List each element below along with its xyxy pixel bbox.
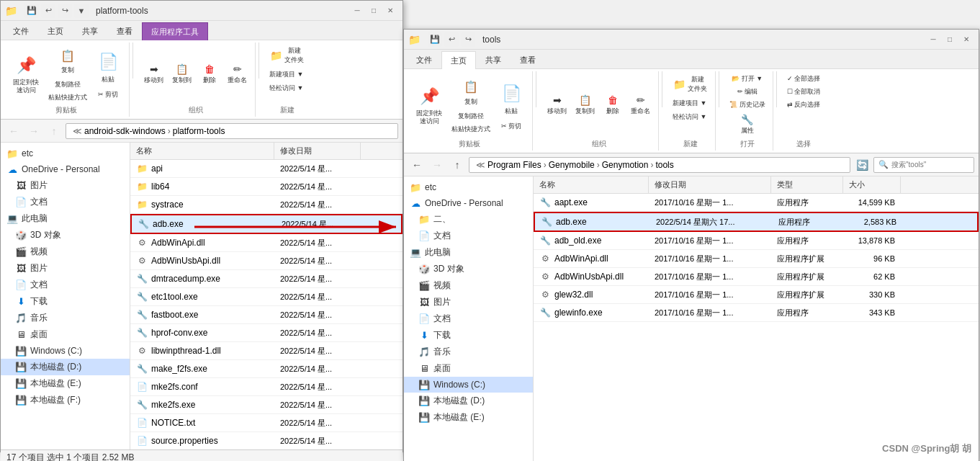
col-header-size-2[interactable]: 大小: [843, 176, 901, 193]
props-btn-2[interactable]: 🔧 属性: [727, 112, 768, 138]
sidebar-item-3d-1[interactable]: 🎲 3D 对象: [1, 227, 130, 243]
path-item-0-1[interactable]: android-sdk-windows: [84, 126, 166, 136]
tab-app-tools-1[interactable]: 应用程序工具: [142, 22, 208, 40]
tab-home-1[interactable]: 主页: [38, 22, 73, 40]
search-input-2[interactable]: [891, 161, 963, 169]
tab-view-2[interactable]: 查看: [511, 51, 545, 68]
sidebar-item-c-1[interactable]: 💾 Windows (C:): [1, 343, 130, 359]
delete-btn-1[interactable]: 🗑 删除: [197, 61, 222, 87]
paste-btn-1[interactable]: 📄 粘贴: [91, 47, 125, 88]
pin-btn-1[interactable]: 📌 固定到快速访问: [8, 50, 44, 98]
qat-down-btn[interactable]: ▼: [74, 4, 89, 18]
sidebar-item-docs-1[interactable]: 📄 文档: [1, 194, 130, 210]
file-row-notice[interactable]: 📄 NOTICE.txt 2022/5/14 星...: [130, 414, 403, 432]
up-btn-2[interactable]: ↑: [449, 156, 466, 174]
new-item-btn-2[interactable]: 新建项目 ▼: [670, 97, 709, 109]
history-btn-2[interactable]: 📜 历史记录: [727, 99, 768, 111]
file-row-adbwinapi2[interactable]: ⚙ AdbWinApi.dll 2017/10/16 星期一 1... 应用程序…: [534, 250, 979, 268]
cut-btn-1[interactable]: ✂ 剪切: [95, 89, 122, 101]
sidebar2-item-er[interactable]: 📁 二、: [404, 211, 533, 228]
delete-btn-2[interactable]: 🗑 删除: [600, 92, 626, 118]
copy-path-btn-2[interactable]: 复制路径: [449, 110, 493, 122]
path-item-0-2[interactable]: Program Files: [487, 160, 541, 170]
sidebar2-item-img[interactable]: 🖼 图片: [404, 294, 533, 310]
col-header-type-2[interactable]: 类型: [771, 176, 843, 193]
path-item-1-2[interactable]: Genymobile: [549, 160, 595, 170]
sidebar2-item-pc[interactable]: 💻 此电脑: [404, 244, 533, 261]
file-row-adb2[interactable]: 🔧 adb.exe 2022/5/14 星期六 17... 应用程序 2,583…: [534, 212, 979, 232]
col-header-name-1[interactable]: 名称: [130, 143, 274, 159]
sidebar-item-f-1[interactable]: 💾 本地磁盘 (F:): [1, 392, 130, 408]
path-item-2-2[interactable]: Genymotion: [602, 160, 649, 170]
new-item-btn-1[interactable]: 新建项目 ▼: [266, 68, 306, 81]
sidebar-item-etc-1[interactable]: 📁 etc: [1, 146, 130, 161]
sidebar2-item-onedrive[interactable]: ☁ OneDrive - Personal: [404, 195, 533, 211]
sidebar-item-music-1[interactable]: 🎵 音乐: [1, 310, 130, 326]
col-header-name-2[interactable]: 名称: [534, 176, 649, 193]
back-btn-1[interactable]: ←: [5, 122, 22, 140]
minimize-btn-1[interactable]: ─: [349, 3, 365, 19]
minimize-btn-2[interactable]: ─: [925, 32, 941, 48]
invert-select-btn-2[interactable]: ⇄ 反向选择: [784, 99, 824, 111]
sidebar2-item-3d[interactable]: 🎲 3D 对象: [404, 261, 533, 277]
tab-file-1[interactable]: 文件: [4, 22, 38, 40]
maximize-btn-2[interactable]: □: [942, 32, 958, 48]
deselect-all-btn-2[interactable]: ☐ 全部取消: [784, 86, 824, 98]
sidebar-item-d-1[interactable]: 💾 本地磁盘 (D:): [1, 359, 130, 375]
tab-share-1[interactable]: 共享: [73, 22, 107, 40]
sidebar2-item-docs2[interactable]: 📄 文档: [404, 310, 533, 327]
file-row-makef2fs[interactable]: 🔧 make_f2fs.exe 2022/5/14 星...: [130, 360, 403, 378]
path-item-3-2[interactable]: tools: [655, 160, 673, 170]
qat-redo-btn-2[interactable]: ↪: [461, 32, 475, 47]
search-box-2[interactable]: 🔍: [873, 157, 974, 173]
pin-btn-2[interactable]: 📌 固定到快速访问: [411, 81, 447, 129]
new-folder-btn-1[interactable]: 📁 新建文件夹: [266, 44, 307, 67]
file-row-lib64[interactable]: 📁 lib64 2022/5/14 星...: [130, 178, 403, 196]
rename-btn-2[interactable]: ✏ 重命名: [627, 92, 654, 118]
select-all-btn-2[interactable]: ✓ 全部选择: [784, 73, 824, 85]
maximize-btn-1[interactable]: □: [366, 3, 382, 19]
file-row-source[interactable]: 📄 source.properties 2022/5/14 星...: [130, 432, 403, 449]
col-header-date-1[interactable]: 修改日期: [274, 143, 361, 159]
paste-btn-2[interactable]: 📄 粘贴: [495, 79, 528, 120]
copy-btn-1[interactable]: 📋 复制: [45, 44, 90, 78]
qat-redo-btn[interactable]: ↪: [58, 4, 72, 18]
sidebar-item-img-1[interactable]: 🖼 图片: [1, 260, 130, 277]
sidebar2-item-music[interactable]: 🎵 音乐: [404, 344, 533, 360]
copy-to-btn-1[interactable]: 📋 复制到: [168, 61, 195, 87]
sidebar-item-pictures-1[interactable]: 🖼 图片: [1, 177, 130, 194]
sidebar2-item-d[interactable]: 💾 本地磁盘 (D:): [404, 393, 533, 409]
tab-view-1[interactable]: 查看: [107, 22, 142, 40]
qat-undo-btn[interactable]: ↩: [41, 4, 55, 18]
file-row-adbwinapi[interactable]: ⚙ AdbWinApi.dll 2022/5/14 星...: [130, 234, 403, 252]
close-btn-2[interactable]: ✕: [958, 32, 974, 48]
sidebar-item-onedrive-1[interactable]: ☁ OneDrive - Personal: [1, 161, 130, 177]
sidebar2-item-c[interactable]: 💾 Windows (C:): [404, 377, 533, 393]
file-row-adbwinusbapi2[interactable]: ⚙ AdbWinUsbApi.dll 2017/10/16 星期一 1... 应…: [534, 268, 979, 286]
sidebar2-item-e[interactable]: 💾 本地磁盘 (E:): [404, 409, 533, 426]
sidebar2-item-desktop[interactable]: 🖥 桌面: [404, 360, 533, 377]
file-row-dmtrace[interactable]: 🔧 dmtracedump.exe 2022/5/14 星...: [130, 270, 403, 288]
file-row-etc1tool[interactable]: 🔧 etc1tool.exe 2022/5/14 星...: [130, 288, 403, 306]
sidebar-item-video-1[interactable]: 🎬 视频: [1, 243, 130, 260]
file-row-adbwinusbapi[interactable]: ⚙ AdbWinUsbApi.dll 2022/5/14 星...: [130, 252, 403, 270]
qat-save-btn-2[interactable]: 💾: [428, 32, 442, 47]
file-row-glewinfo[interactable]: 🔧 glewinfo.exe 2017/10/16 星期一 1... 应用程序 …: [534, 304, 979, 322]
sidebar2-item-download[interactable]: ⬇ 下载: [404, 327, 533, 344]
copy-path-btn-1[interactable]: 复制路径: [45, 79, 90, 91]
close-btn-1[interactable]: ✕: [382, 3, 398, 19]
col-header-date-2[interactable]: 修改日期: [649, 176, 771, 193]
refresh-btn-2[interactable]: 🔄: [853, 156, 871, 174]
back-btn-2[interactable]: ←: [408, 156, 426, 174]
path-item-1-1[interactable]: platform-tools: [173, 126, 225, 136]
paste-shortcut-btn-1[interactable]: 粘贴快捷方式: [45, 91, 90, 104]
move-to-btn-1[interactable]: ➡ 移动到: [140, 61, 167, 87]
forward-btn-2[interactable]: →: [428, 156, 446, 174]
open-btn-2[interactable]: 📂 打开 ▼: [727, 73, 768, 85]
copy-to-btn-2[interactable]: 📋 复制到: [572, 92, 598, 118]
qat-undo-btn-2[interactable]: ↩: [444, 32, 459, 47]
file-row-fastboot[interactable]: 🔧 fastboot.exe 2022/5/14 星...: [130, 306, 403, 324]
up-btn-1[interactable]: ↑: [45, 122, 63, 140]
rename-btn-1[interactable]: ✏ 重命名: [224, 61, 251, 87]
file-row-libwin[interactable]: ⚙ libwinpthread-1.dll 2022/5/14 星...: [130, 342, 403, 360]
